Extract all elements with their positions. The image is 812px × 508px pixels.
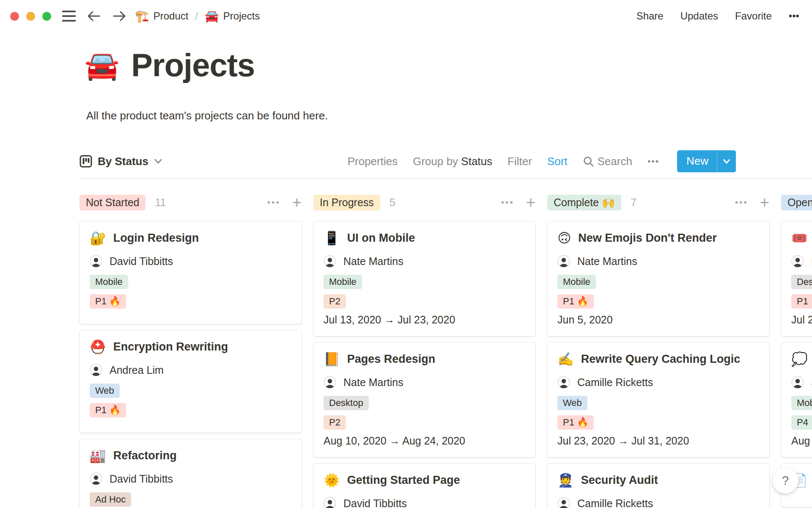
page-icon-car[interactable]: 🚘: [85, 51, 119, 79]
card-title-row: 🙃New Emojis Don't Render: [557, 232, 759, 245]
column-cards: 🎟️PNDesP1 🔥Jul 2💭CSMobP4Aug 3📄N: [781, 221, 812, 507]
page-description[interactable]: All the product team's projects can be f…: [86, 109, 328, 122]
column-add-card-icon[interactable]: +: [760, 194, 769, 210]
column-more-icon[interactable]: •••: [501, 197, 514, 207]
close-window-button[interactable]: [10, 12, 19, 21]
more-options-icon[interactable]: •••: [789, 10, 799, 22]
card-tag-row: P2: [324, 294, 525, 309]
new-button-chevron[interactable]: [717, 150, 736, 172]
column-status-pill[interactable]: In Progress: [313, 195, 380, 210]
column-header: Not Started11•••+: [80, 194, 302, 211]
column-status-pill[interactable]: Open: [781, 195, 812, 210]
card-title-row: 💭C: [791, 353, 812, 366]
card-assignee: Nate Martins: [324, 376, 525, 389]
search-button[interactable]: Search: [583, 155, 632, 168]
project-card[interactable]: 💭CSMobP4Aug 3: [781, 342, 812, 457]
view-toolbar: By Status Properties Group by Status Fil…: [80, 148, 736, 174]
column-header-actions: •••+: [267, 194, 302, 210]
project-card[interactable]: ✍️Rewrite Query Caching LogicCamille Ric…: [547, 342, 769, 457]
card-tag: P1 🔥: [90, 403, 126, 417]
back-arrow-icon[interactable]: [87, 10, 101, 22]
card-title-row: ✍️Rewrite Query Caching Logic: [557, 353, 759, 366]
assignee-name: Camille Ricketts: [577, 376, 653, 389]
project-card[interactable]: 📱UI on MobileNate MartinsMobileP2Jul 13,…: [313, 221, 535, 336]
car-icon: 🚘: [205, 9, 219, 23]
project-card[interactable]: 🙃New Emojis Don't RenderNate MartinsMobi…: [547, 221, 769, 336]
help-button[interactable]: ?: [772, 467, 798, 494]
assignee-name: Nate Martins: [577, 255, 637, 268]
new-button[interactable]: New: [677, 150, 736, 172]
column-status-pill[interactable]: Not Started: [80, 195, 145, 210]
column-more-icon[interactable]: •••: [735, 197, 748, 207]
group-by-button[interactable]: Group by Status: [413, 155, 492, 168]
traffic-lights: [10, 12, 51, 21]
project-card[interactable]: 📙Pages RedesignNate MartinsDesktopP2Aug …: [313, 342, 535, 457]
sidebar-menu-icon[interactable]: [62, 11, 76, 22]
project-card[interactable]: 🔐Login RedesignDavid TibbittsMobileP1 🔥: [80, 221, 302, 324]
project-card[interactable]: ⛑️Encryption RewritingAndrea LimWebP1 🔥: [80, 330, 302, 433]
minimize-window-button[interactable]: [26, 12, 35, 21]
card-tag: P2: [324, 294, 346, 309]
group-by-value: Status: [461, 155, 492, 168]
card-tag-row: Mobile: [557, 275, 759, 289]
card-tag: P4: [791, 415, 812, 430]
breadcrumb-item-projects[interactable]: 🚘 Projects: [205, 9, 260, 23]
share-button[interactable]: Share: [636, 10, 664, 22]
avatar: [90, 472, 102, 485]
sort-button[interactable]: Sort: [547, 155, 568, 168]
card-title: Login Redesign: [113, 232, 199, 245]
view-switcher-label: By Status: [98, 155, 148, 168]
kanban-board: Not Started11•••+🔐Login RedesignDavid Ti…: [80, 194, 812, 508]
column-add-card-icon[interactable]: +: [292, 194, 302, 210]
project-card[interactable]: 🎟️PNDesP1 🔥Jul 2: [781, 221, 812, 336]
card-tag: Desktop: [324, 396, 369, 410]
card-title-row: 🌞Getting Started Page: [324, 474, 525, 487]
card-tag-row: P1 🔥: [90, 294, 291, 309]
project-card[interactable]: 🏭RefactoringDavid TibbittsAd HocP1 🔥: [80, 439, 302, 508]
properties-button[interactable]: Properties: [348, 155, 398, 168]
zoom-window-button[interactable]: [42, 12, 51, 21]
page-title[interactable]: Projects: [131, 47, 255, 83]
chevron-down-icon: [723, 159, 730, 164]
updates-button[interactable]: Updates: [680, 10, 718, 22]
card-tag: P1 🔥: [90, 294, 126, 309]
search-label: Search: [598, 155, 632, 168]
column-add-card-icon[interactable]: +: [526, 194, 535, 210]
card-title: Getting Started Page: [347, 474, 460, 487]
card-tag-row: P1 🔥: [791, 294, 812, 309]
toolbar-more-icon[interactable]: •••: [647, 156, 659, 166]
view-switcher-by-status[interactable]: By Status: [80, 155, 162, 168]
card-emoji-icon: 🏭: [90, 449, 106, 462]
avatar: [557, 376, 570, 389]
favorite-button[interactable]: Favorite: [735, 10, 772, 22]
card-tag-row: P4: [791, 415, 812, 430]
card-tag: Des: [791, 275, 812, 289]
project-card[interactable]: 👮Security AuditCamille Ricketts: [547, 464, 769, 508]
card-title-row: 📱UI on Mobile: [324, 232, 525, 245]
board-view-icon: [80, 155, 92, 168]
card-assignee: Nate Martins: [557, 255, 759, 268]
column-status-pill[interactable]: Complete 🙌: [547, 195, 621, 210]
card-tag-row: Mob: [791, 396, 812, 410]
avatar: [557, 255, 570, 268]
card-tag: P1 🔥: [557, 294, 594, 309]
column-cards: 🔐Login RedesignDavid TibbittsMobileP1 🔥⛑…: [80, 221, 302, 508]
card-assignee: David Tibbitts: [90, 255, 291, 268]
card-date-range: Aug 3: [791, 435, 812, 447]
card-tag: Mobile: [90, 275, 128, 289]
card-title-row: 🔐Login Redesign: [90, 232, 291, 245]
breadcrumb-item-product[interactable]: 🏗️ Product: [135, 9, 188, 23]
column-header-actions: •••+: [501, 194, 535, 210]
card-tag: Mobile: [324, 275, 362, 289]
project-card[interactable]: 🌞Getting Started PageDavid Tibbitts: [313, 464, 535, 508]
breadcrumb-separator: /: [195, 10, 198, 22]
column-more-icon[interactable]: •••: [267, 197, 280, 207]
card-tag: Mob: [791, 396, 812, 410]
card-tag: P2: [324, 415, 346, 430]
card-tag: Web: [90, 384, 120, 398]
assignee-name: Nate Martins: [343, 376, 403, 389]
filter-button[interactable]: Filter: [508, 155, 532, 168]
card-tag-row: Desktop: [324, 396, 525, 410]
card-tag: Ad Hoc: [90, 492, 131, 507]
forward-arrow-icon[interactable]: [112, 10, 126, 22]
